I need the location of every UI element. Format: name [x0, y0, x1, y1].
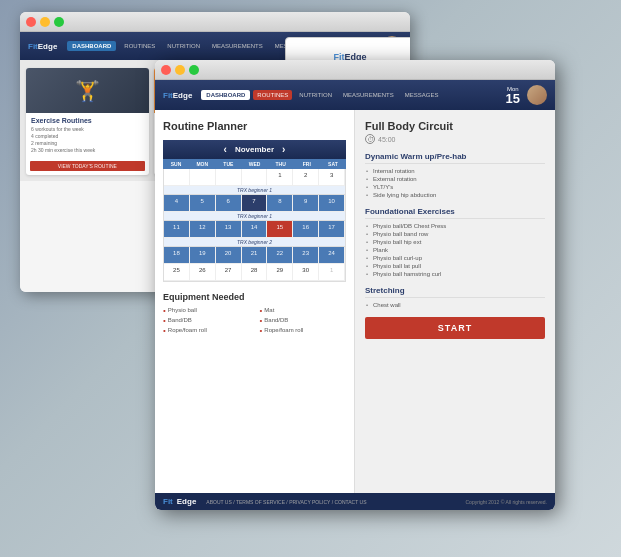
dumbbell-icon: 🏋️ — [75, 79, 100, 103]
cal-cell[interactable]: 13 — [216, 221, 242, 237]
warmup-section: Dynamic Warm up/Pre-hab Internal rotatio… — [365, 152, 545, 199]
equip-item: • Rope/foam roll — [163, 327, 250, 335]
cal-cell[interactable]: 9 — [293, 195, 319, 211]
nav-routines-back[interactable]: Routines — [120, 41, 159, 51]
logo-edge-front: Edge — [173, 91, 193, 100]
equip-item: • Physio ball — [163, 307, 250, 315]
cal-day-fri: FRI — [294, 159, 320, 169]
cal-week-1: 1 2 3 — [164, 169, 345, 186]
cal-cell[interactable] — [242, 169, 268, 185]
nav-nutrition-back[interactable]: Nutrition — [163, 41, 204, 51]
nav-bar-front: FitEdge Dashboard Routines Nutrition Mea… — [155, 80, 555, 110]
cal-cell[interactable] — [164, 169, 190, 185]
cal-cell[interactable]: 28 — [242, 264, 268, 280]
logo-front: FitEdge — [163, 91, 192, 100]
cal-cell[interactable]: 3 — [319, 169, 345, 185]
nav-routines-front[interactable]: Routines — [253, 90, 292, 100]
cal-cell[interactable] — [190, 169, 216, 185]
nav-badge-front[interactable]: Dashboard — [201, 90, 250, 100]
cal-cell[interactable]: 7 — [242, 195, 268, 211]
cal-cell[interactable]: 19 — [190, 247, 216, 263]
cal-month: November — [235, 145, 274, 154]
cal-cell[interactable]: 12 — [190, 221, 216, 237]
cal-cell[interactable]: 30 — [293, 264, 319, 280]
exercise-item: Internal rotation — [365, 167, 545, 175]
cal-next-btn[interactable]: › — [282, 144, 285, 155]
equip-item: • Mat — [260, 307, 347, 315]
cal-cell[interactable]: 11 — [164, 221, 190, 237]
equip-item: • Rope/foam roll — [260, 327, 347, 335]
cal-cell[interactable]: 4 — [164, 195, 190, 211]
exercise-item: Physio ball band row — [365, 230, 545, 238]
bullet-icon: • — [163, 307, 166, 315]
exercise-item: Physio ball hip ext — [365, 238, 545, 246]
cal-cell[interactable]: 5 — [190, 195, 216, 211]
exercise-card-body: Exercise Routines 6 workouts for the wee… — [26, 113, 149, 158]
exercise-card-title: Exercise Routines — [31, 117, 144, 124]
foundational-title: Foundational Exercises — [365, 207, 545, 219]
cal-cell[interactable]: 1 — [267, 169, 293, 185]
cal-week-5: 25 26 27 28 29 30 1 — [164, 264, 345, 281]
circuit-time: ⏱ 45:00 — [365, 134, 545, 144]
min-btn-back[interactable] — [40, 17, 50, 27]
equipment-cols: • Physio ball • Band/DB • Rope/foam roll — [163, 307, 346, 337]
exercise-item: Physio ball/DB Chest Press — [365, 222, 545, 230]
nav-measurements-front[interactable]: Measurements — [339, 90, 398, 100]
cal-cell[interactable]: 18 — [164, 247, 190, 263]
cal-week-2: 4 5 6 7 8 9 10 — [164, 195, 345, 212]
nav-nutrition-front[interactable]: Nutrition — [295, 90, 336, 100]
equipment-col1: • Physio ball • Band/DB • Rope/foam roll — [163, 307, 250, 337]
cal-week4-label: TRX beginner 2 — [164, 238, 345, 247]
logo-back: FitEdge — [28, 42, 57, 51]
cal-cell[interactable]: 8 — [267, 195, 293, 211]
cal-cell[interactable]: 20 — [216, 247, 242, 263]
cal-grid: 1 2 3 TRX beginner 1 4 5 6 7 8 9 10 — [163, 169, 346, 282]
close-btn-back[interactable] — [26, 17, 36, 27]
equipment-col2: • Mat • Band/DB • Rope/foam roll — [260, 307, 347, 337]
titlebar-back — [20, 12, 410, 32]
equipment-title: Equipment Needed — [163, 292, 346, 302]
cal-cell[interactable]: 2 — [293, 169, 319, 185]
close-btn-front[interactable] — [161, 65, 171, 75]
cal-cell-today[interactable]: 15 — [267, 221, 293, 237]
cal-cell[interactable] — [216, 169, 242, 185]
nav-date-front: Mon 15 — [506, 86, 520, 105]
cal-day-thu: THU — [268, 159, 294, 169]
cal-cell[interactable]: 25 — [164, 264, 190, 280]
cal-cell[interactable]: 23 — [293, 247, 319, 263]
cal-cell[interactable]: 27 — [216, 264, 242, 280]
titlebar-front — [155, 60, 555, 80]
bullet-icon: • — [260, 307, 263, 315]
exercise-item: Plank — [365, 246, 545, 254]
cal-cell[interactable]: 29 — [267, 264, 293, 280]
cal-cell[interactable]: 6 — [216, 195, 242, 211]
view-routine-btn[interactable]: View Today's Routine — [30, 161, 145, 171]
cal-cell[interactable]: 14 — [242, 221, 268, 237]
exercise-item: YLT/Y's — [365, 183, 545, 191]
cal-week-3: 11 12 13 14 15 16 17 — [164, 221, 345, 238]
max-btn-back[interactable] — [54, 17, 64, 27]
min-btn-front[interactable] — [175, 65, 185, 75]
cal-cell[interactable]: 24 — [319, 247, 345, 263]
cal-cell[interactable]: 26 — [190, 264, 216, 280]
exercise-item: Physio ball lat pull — [365, 262, 545, 270]
max-btn-front[interactable] — [189, 65, 199, 75]
exercise-item: Side lying hip abduction — [365, 191, 545, 199]
nav-badge-back[interactable]: Dashboard — [67, 41, 116, 51]
cal-cell[interactable]: 16 — [293, 221, 319, 237]
footer-links: ABOUT US / TERMS OF SERVICE / PRIVACY PO… — [206, 499, 366, 505]
nav-measurements-back[interactable]: Measurements — [208, 41, 267, 51]
cal-day-tue: TUE — [215, 159, 241, 169]
calendar: ‹ November › SUN MON TUE WED THU FRI SAT — [163, 140, 346, 282]
cal-cell[interactable]: 10 — [319, 195, 345, 211]
nav-messages-front[interactable]: Messages — [401, 90, 443, 100]
exercise-card-text: 6 workouts for the week 4 completed 2 re… — [31, 126, 144, 154]
cal-prev-btn[interactable]: ‹ — [224, 144, 227, 155]
cal-cell[interactable]: 1 — [319, 264, 345, 280]
start-button[interactable]: START — [365, 317, 545, 339]
cal-cell[interactable]: 21 — [242, 247, 268, 263]
cal-cell[interactable]: 17 — [319, 221, 345, 237]
bullet-icon: • — [260, 327, 263, 335]
right-panel: Full Body Circuit ⏱ 45:00 Dynamic Warm u… — [355, 110, 555, 510]
cal-cell[interactable]: 22 — [267, 247, 293, 263]
